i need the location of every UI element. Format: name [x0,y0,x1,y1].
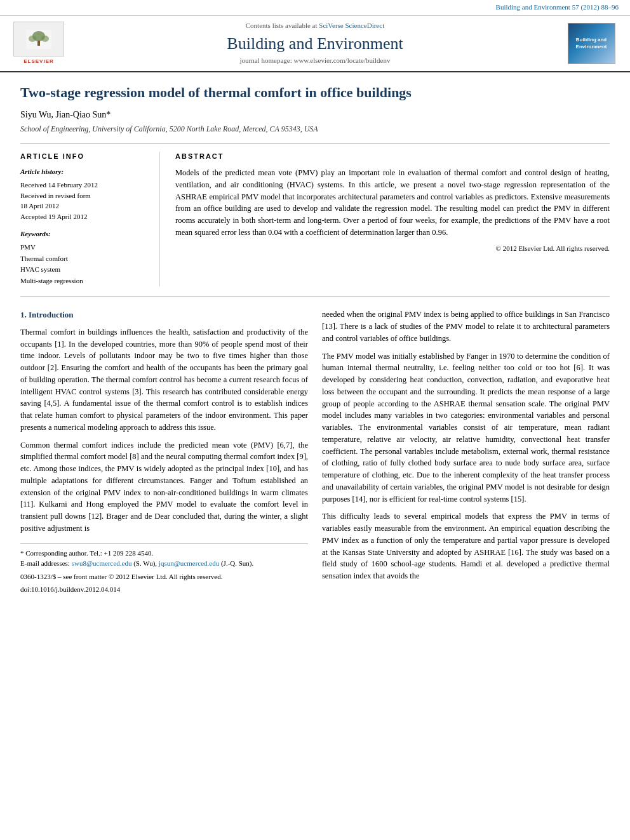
journal-reference: Building and Environment 57 (2012) 88–96 [496,3,619,11]
svg-rect-2 [37,41,40,46]
article-info-row: ARTICLE INFO Article history: Received 1… [20,152,610,286]
body-para-2: Common thermal comfort indices include t… [20,439,308,535]
svg-point-4 [41,36,49,42]
corresponding-author: * Corresponding author. Tel.: +1 209 228… [20,548,308,559]
revised-date: 18 April 2012 [20,201,148,211]
email1-name: (S. Wu), [133,559,157,567]
journal-cover-image: Building and Environment [568,23,615,64]
sciverse-line: Contents lists available at SciVerse Sci… [74,21,556,31]
authors-line: Siyu Wu, Jian-Qiao Sun* [20,109,610,121]
body-col-left: 1. Introduction Thermal comfort in build… [20,309,308,594]
abstract-label: ABSTRACT [175,152,610,162]
elsevier-logo-box [13,22,64,57]
affiliation: School of Engineering, University of Cal… [20,124,610,135]
journal-reference-bar: Building and Environment 57 (2012) 88–96 [0,0,630,16]
authors-text: Siyu Wu, Jian-Qiao Sun* [20,110,111,119]
journal-title: Building and Environment [74,34,556,53]
keyword-regression: Multi-stage regression [20,276,148,287]
journal-center: Contents lists available at SciVerse Sci… [74,21,556,66]
keywords-section: Keywords: PMV Thermal comfort HVAC syste… [20,229,148,286]
footnote-area: * Corresponding author. Tel.: +1 209 228… [20,543,308,595]
email2-name: (J.-Q. Sun). [221,559,253,567]
email-line: E-mail addresses: swu8@ucmerced.edu (S. … [20,558,308,569]
body-para-col2-3: This difficulty leads to several empiric… [322,510,610,582]
article-container: Two-stage regression model of thermal co… [0,72,630,610]
body-col-right: needed when the original PMV index is be… [322,309,610,594]
article-title: Two-stage regression model of thermal co… [20,84,610,102]
body-para-1: Thermal comfort in buildings influences … [20,326,308,434]
section1-title: 1. Introduction [20,309,308,321]
keywords-label: Keywords: [20,229,148,239]
email-label: E-mail addresses: [20,559,70,567]
abstract-text: Models of the predicted mean vote (PMV) … [175,167,610,239]
keyword-hvac: HVAC system [20,264,148,276]
elsevier-logo-area: ELSEVIER [10,22,67,65]
issn-line: 0360-1323/$ – see front matter © 2012 El… [20,571,308,582]
journal-cover-area: Building and Environment [563,23,620,64]
keyword-pmv: PMV [20,242,148,253]
copyright-notice: © 2012 Elsevier Ltd. All rights reserved… [175,244,610,254]
svg-point-3 [29,36,36,42]
history-label: Article history: [20,167,148,177]
article-info-col: ARTICLE INFO Article history: Received 1… [20,152,160,286]
revised-label: Received in revised form [20,190,148,201]
email2[interactable]: jqsun@ucmerced.edu [159,559,219,567]
journal-header: ELSEVIER Contents lists available at Sci… [0,16,630,72]
abstract-col: ABSTRACT Models of the predicted mean vo… [175,152,610,286]
divider-1 [20,143,610,144]
keyword-thermal: Thermal comfort [20,253,148,265]
body-para-col2-2: The PMV model was initially established … [322,350,610,505]
sciverse-link[interactable]: SciVerse ScienceDirect [319,22,384,29]
journal-homepage: journal homepage: www.elsevier.com/locat… [74,56,556,66]
email1[interactable]: swu8@ucmerced.edu [72,559,132,567]
doi-line: doi:10.1016/j.buildenv.2012.04.014 [20,584,308,595]
elsevier-tree-icon [26,30,51,49]
body-para-col2-1: needed when the original PMV index is be… [322,309,610,344]
body-columns: 1. Introduction Thermal comfort in build… [20,309,610,594]
elsevier-label: ELSEVIER [23,58,54,65]
article-info-label: ARTICLE INFO [20,152,148,162]
accepted-date: Accepted 19 April 2012 [20,211,148,222]
received-date: Received 14 February 2012 [20,180,148,190]
divider-2 [20,297,610,297]
